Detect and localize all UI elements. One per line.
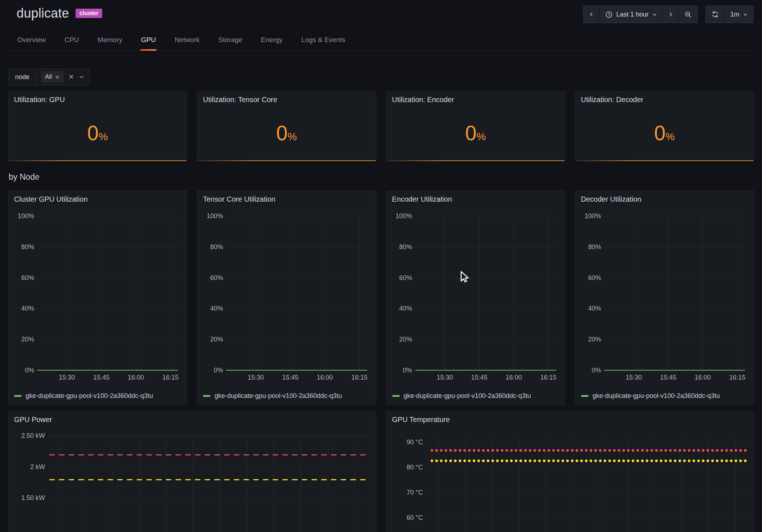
tab-cpu[interactable]: CPU [64,31,80,50]
legend-item[interactable]: gke-duplicate-gpu-pool-v100-2a360ddc-q3t… [203,392,342,400]
y-tick: 80% [399,243,412,251]
plot-area: 100% 80% 60% 40% 20% 0% 15:30 15:45 16:0… [38,216,177,370]
legend-series-marker [203,395,210,397]
y-tick: 80% [210,243,223,251]
time-shift-forward-button[interactable] [662,6,679,23]
x-tick: 15:45 [93,374,109,381]
series-points-temp-red [430,449,748,452]
series-line-zero [604,370,745,371]
series-points-temp-yellow [430,459,748,463]
series-line-power-red [49,454,370,455]
node-variable-control: node All ✕ ✕ [9,69,90,85]
y-tick: 60% [210,274,223,281]
panel-title: Encoder Utilization [392,195,452,203]
panel-gpu-power: GPU Power 2.50 kW 2 kW 1.50 kW [8,411,376,532]
x-tick: 15:45 [660,374,676,381]
panel-title: Utilization: Encoder [392,96,454,104]
panel-cluster-gpu-utilization: Cluster GPU Utilization 100% 80% 60% 40%… [8,191,187,405]
x-tick: 16:00 [695,374,711,381]
plot-area: 100% 80% 60% 40% 20% 0% 15:30 15:45 16:0… [416,216,555,370]
section-title-by-node[interactable]: by Node [8,172,754,182]
time-shift-back-button[interactable] [584,6,599,23]
legend-item[interactable]: gke-duplicate-gpu-pool-v100-2a360ddc-q3t… [581,392,720,400]
x-tick: 16:00 [317,374,333,381]
legend-series-label: gke-duplicate-gpu-pool-v100-2a360ddc-q3t… [593,392,720,400]
refresh-button[interactable] [706,6,725,23]
x-tick: 15:30 [437,374,453,381]
y-tick: 100% [395,212,412,220]
y-tick: 2.50 kW [12,432,45,440]
y-tick: 90 °C [390,439,423,446]
chevron-down-icon[interactable] [79,74,84,79]
refresh-interval-picker[interactable]: 1m [725,6,753,23]
x-tick: 15:45 [282,374,298,381]
tab-energy[interactable]: Energy [260,31,283,50]
selected-value-chip[interactable]: All ✕ [41,71,63,83]
y-tick: 0% [403,367,412,374]
legend-item[interactable]: gke-duplicate-gpu-pool-v100-2a360ddc-q3t… [14,392,153,400]
y-tick: 40% [210,305,223,312]
x-tick: 16:15 [729,374,745,381]
tab-gpu[interactable]: GPU [140,31,157,50]
y-tick: 0% [25,367,34,374]
dashboard-tag-badge[interactable]: cluster [76,9,102,18]
tab-logs-events[interactable]: Logs & Events [301,31,346,50]
x-tick: 15:30 [59,374,75,381]
chevron-right-icon [668,12,673,17]
series-line-zero [37,370,178,371]
x-tick: 16:15 [540,374,557,381]
y-tick: 100% [18,212,34,220]
legend-series-label: gke-duplicate-gpu-pool-v100-2a360ddc-q3t… [214,392,342,400]
clock-icon [605,11,613,18]
plot-area: 100% 80% 60% 40% 20% 0% 15:30 15:45 16:0… [227,216,366,370]
clear-selection-icon[interactable]: ✕ [69,74,74,80]
panel-decoder-utilization: Decoder Utilization 100% 80% 60% 40% 20%… [575,191,754,405]
panel-title: GPU Power [14,416,52,424]
chevron-left-icon [589,12,594,17]
panel-utilization-tensor-core: Utilization: Tensor Core 0% [197,91,376,161]
y-tick: 60% [399,274,412,281]
panel-title: Utilization: Decoder [581,96,643,104]
refresh-icon [711,10,719,18]
x-tick: 15:45 [471,374,487,381]
y-tick: 1.50 kW [12,494,45,502]
utilization-charts-row: Cluster GPU Utilization 100% 80% 60% 40%… [8,191,754,405]
dashboard-title: duplicate [17,6,69,21]
legend-item[interactable]: gke-duplicate-gpu-pool-v100-2a360ddc-q3t… [392,392,531,400]
y-tick: 0% [214,367,223,374]
x-tick: 16:00 [128,374,144,381]
tab-memory[interactable]: Memory [97,31,123,50]
y-tick: 60 °C [390,514,423,522]
refresh-controls: 1m [706,6,753,23]
stat-value: 0% [197,123,376,143]
zoom-out-icon [684,11,692,18]
time-range-picker[interactable]: Last 1 hour [599,6,662,23]
variable-filter-row: node All ✕ ✕ [8,69,754,85]
power-temperature-row: GPU Power 2.50 kW 2 kW 1.50 kW GPU Tempe… [8,411,754,532]
node-variable-select[interactable]: All ✕ ✕ [36,69,89,85]
stat-value: 0% [575,123,754,143]
panel-gpu-temperature: GPU Temperature 90 °C 80 °C 70 °C 60 °C [386,411,754,532]
legend-series-marker [392,395,400,397]
series-line-power-yellow [49,479,370,480]
tab-network[interactable]: Network [174,31,200,50]
y-tick: 2 kW [12,463,45,471]
tab-overview[interactable]: Overview [17,31,46,50]
plot-area [429,436,749,532]
selected-value-label: All [45,73,52,81]
tab-storage[interactable]: Storage [218,31,243,50]
y-tick: 40% [21,305,34,312]
zoom-out-button[interactable] [679,6,697,23]
panel-title: Utilization: Tensor Core [203,96,277,104]
y-tick: 20% [399,336,412,343]
remove-value-icon[interactable]: ✕ [55,74,60,80]
x-tick: 16:00 [506,374,522,381]
x-tick: 16:15 [162,374,178,381]
panel-title: Cluster GPU Utilization [14,195,88,203]
dashboard: duplicate cluster Last 1 hour [0,0,762,532]
plot-area [49,436,371,532]
panel-title: GPU Temperature [392,416,450,424]
chevron-down-icon [743,12,748,17]
legend-series-marker [14,395,22,397]
panel-utilization-gpu: Utilization: GPU 0% [8,91,187,161]
